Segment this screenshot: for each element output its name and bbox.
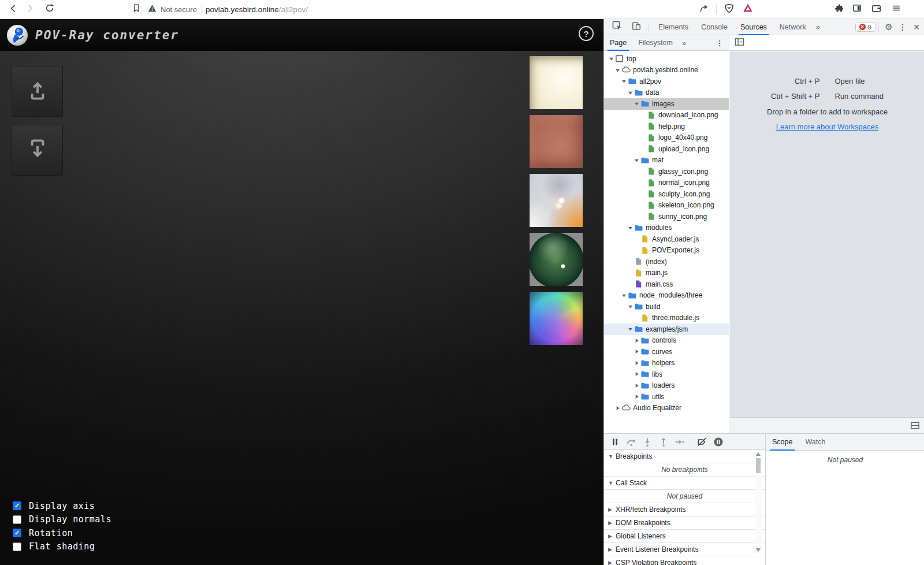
step-out-icon[interactable] <box>658 437 669 447</box>
tree-item[interactable]: images <box>604 98 729 110</box>
section-header-csp-violation-breakpoints[interactable]: ▶CSP Violation Breakpoints <box>604 556 765 565</box>
tree-item[interactable]: glassy_icon.png <box>604 166 729 177</box>
deactivate-breakpoints-icon[interactable] <box>697 437 707 447</box>
expander-closed-icon[interactable] <box>633 383 640 388</box>
checkbox-unchecked[interactable] <box>13 542 21 551</box>
navigator-tab-page[interactable]: Page <box>604 35 632 51</box>
tree-item[interactable]: help.png <box>604 121 729 132</box>
expander-open-icon[interactable] <box>620 293 628 298</box>
tree-item[interactable]: sculpty_icon.png <box>604 188 729 200</box>
reload-button[interactable] <box>42 1 58 17</box>
checkbox-checked[interactable]: ✓ <box>13 529 21 537</box>
tree-item[interactable]: main.js <box>604 267 729 279</box>
devtools-menu-icon[interactable]: ⋮ <box>896 20 910 34</box>
expander-open-icon[interactable] <box>627 90 634 95</box>
tree-item[interactable]: mat <box>604 155 729 166</box>
tree-item[interactable]: build <box>604 301 729 313</box>
help-button[interactable]: ? <box>579 26 594 41</box>
tree-item[interactable]: controls <box>604 335 729 347</box>
green-glass-sphere-thumbnail[interactable] <box>530 233 583 286</box>
section-header-event-listener-breakpoints[interactable]: ▶Event Listener Breakpoints <box>604 543 765 556</box>
more-tabs-icon[interactable]: » <box>813 23 824 31</box>
brave-shield-button[interactable] <box>721 1 737 17</box>
expander-closed-icon[interactable] <box>633 360 640 366</box>
expander-closed-icon[interactable] <box>614 406 621 411</box>
tree-item[interactable]: helpers <box>604 358 729 369</box>
site-security-chip[interactable]: Not secure povlab.yesbird.online/all2pov… <box>148 0 308 19</box>
navigator-tab-filesystem[interactable]: Filesystem <box>632 35 679 51</box>
step-over-icon[interactable] <box>626 437 636 447</box>
option-row-rotation[interactable]: ✓Rotation <box>13 526 111 540</box>
tree-item[interactable]: modules <box>604 222 729 234</box>
section-header-global-listeners[interactable]: ▶Global Listeners <box>604 530 765 543</box>
section-header-breakpoints[interactable]: ▼Breakpoints <box>604 450 765 463</box>
tree-item[interactable]: node_modules/three <box>604 290 729 302</box>
step-icon[interactable] <box>675 437 685 447</box>
close-devtools-icon[interactable]: ✕ <box>910 20 923 34</box>
section-header-dom-breakpoints[interactable]: ▶DOM Breakpoints <box>604 516 765 530</box>
tree-item[interactable]: data <box>604 87 729 99</box>
upload-model-button[interactable] <box>12 66 63 117</box>
tree-item[interactable]: examples/jsm <box>604 324 729 335</box>
tree-item[interactable]: normal_icon.png <box>604 177 729 189</box>
option-row-flat-shading[interactable]: Flat shading <box>13 540 111 554</box>
expander-open-icon[interactable] <box>633 158 640 163</box>
tree-item[interactable]: libs <box>604 369 729 380</box>
bookmark-button[interactable] <box>128 1 144 17</box>
download-pov-button[interactable] <box>12 125 63 176</box>
normal-map-sphere-thumbnail[interactable] <box>530 292 583 345</box>
navigator-menu-icon[interactable]: ⋮ <box>713 36 726 50</box>
tree-item[interactable]: all2pov <box>604 76 729 87</box>
tree-item[interactable]: skeleton_icon.png <box>604 200 729 211</box>
browser-menu-button[interactable] <box>888 1 904 17</box>
tree-item[interactable]: main.css <box>604 278 729 290</box>
expander-open-icon[interactable] <box>608 56 615 61</box>
brave-rewards-button[interactable] <box>740 1 756 17</box>
extensions-button[interactable] <box>830 1 847 17</box>
section-header-xhr-fetch-breakpoints[interactable]: ▶XHR/fetch Breakpoints <box>604 503 765 516</box>
expander-closed-icon[interactable] <box>633 338 640 343</box>
expander-closed-icon[interactable] <box>633 394 640 399</box>
tree-item[interactable]: povlab.yesbird.online <box>604 65 729 76</box>
pause-icon[interactable] <box>610 437 620 447</box>
expander-open-icon[interactable] <box>627 326 634 332</box>
option-row-display-normals[interactable]: Display normals <box>13 513 111 527</box>
expander-open-icon[interactable] <box>614 68 621 73</box>
inspect-element-button[interactable] <box>609 19 625 35</box>
tree-item[interactable]: Audio Equalizer <box>604 403 729 414</box>
tree-item[interactable]: sunny_icon.png <box>604 211 729 222</box>
tree-item[interactable]: three.module.js <box>604 313 729 324</box>
tab-network[interactable]: Network <box>773 19 813 35</box>
checkbox-unchecked[interactable] <box>13 515 21 524</box>
workspaces-link[interactable]: Learn more about Workspaces <box>730 122 924 131</box>
expander-closed-icon[interactable] <box>633 349 640 354</box>
scroll-up-icon[interactable] <box>756 452 761 456</box>
share-button[interactable] <box>695 1 711 17</box>
device-toolbar-button[interactable] <box>628 19 644 35</box>
expander-closed-icon[interactable] <box>633 371 640 377</box>
console-error-badge[interactable]: ✕ 9 <box>855 22 875 32</box>
glassy-sphere-thumbnail[interactable] <box>530 174 583 227</box>
tree-item[interactable]: utils <box>604 391 729 403</box>
clay-sphere-thumbnail[interactable] <box>530 115 583 168</box>
scrollbar[interactable] <box>755 450 762 554</box>
more-navigator-tabs-icon[interactable]: » <box>679 39 690 47</box>
tree-item[interactable]: logo_40x40.png <box>604 132 729 144</box>
tree-item[interactable]: POVExporter.js <box>604 245 729 257</box>
section-header-call-stack[interactable]: ▼Call Stack <box>604 477 765 490</box>
settings-gear-icon[interactable]: ⚙ <box>882 20 896 34</box>
option-row-display-axis[interactable]: ✓Display axis <box>13 499 111 513</box>
forward-button[interactable] <box>22 1 38 17</box>
checkbox-checked[interactable]: ✓ <box>13 501 21 510</box>
tab-scope[interactable]: Scope <box>766 434 799 451</box>
scroll-down-icon[interactable] <box>756 548 761 552</box>
scrollbar-thumb[interactable] <box>756 458 761 473</box>
tree-item[interactable]: loaders <box>604 380 729 392</box>
expander-open-icon[interactable] <box>620 79 628 84</box>
tree-item[interactable]: download_icon.png <box>604 110 729 121</box>
tab-elements[interactable]: Elements <box>652 19 695 35</box>
hide-navigator-icon[interactable] <box>735 37 744 49</box>
tree-item[interactable]: AsyncLoader.js <box>604 233 729 245</box>
wallet-button[interactable] <box>868 1 884 17</box>
tree-item[interactable]: upload_icon.png <box>604 143 729 155</box>
